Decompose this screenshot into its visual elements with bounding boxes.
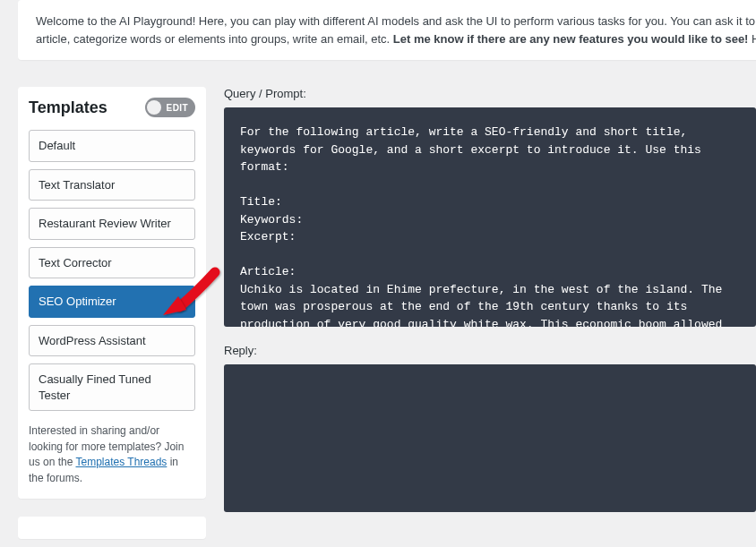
templates-threads-link[interactable]: Templates Threads [76, 456, 168, 468]
welcome-text-part1: Welcome to the AI Playground! Here, you … [36, 14, 755, 28]
next-panel-peek [18, 517, 206, 539]
reply-output [224, 364, 756, 512]
reply-label: Reply: [224, 344, 756, 357]
query-prompt-label: Query / Prompt: [224, 87, 756, 100]
template-list: Default Text Translator Restaurant Revie… [29, 130, 195, 411]
template-item-text-translator[interactable]: Text Translator [29, 169, 195, 201]
welcome-text-bold: Let me know if there are any new feature… [393, 32, 749, 46]
template-item-default[interactable]: Default [29, 130, 195, 162]
templates-hint: Interested in sharing and/or looking for… [29, 423, 195, 486]
edit-toggle[interactable]: EDIT [145, 98, 195, 117]
template-item-seo-optimizer[interactable]: SEO Optimizer [29, 286, 195, 318]
toggle-knob [147, 100, 161, 115]
template-item-restaurant-review-writer[interactable]: Restaurant Review Writer [29, 208, 195, 240]
template-item-wordpress-assistant[interactable]: WordPress Assistant [29, 325, 195, 357]
template-item-text-corrector[interactable]: Text Corrector [29, 247, 195, 279]
query-prompt-input[interactable] [224, 107, 756, 327]
welcome-text-line2-suffix: Have [748, 32, 756, 46]
welcome-banner: Welcome to the AI Playground! Here, you … [18, 0, 756, 60]
templates-panel: Templates EDIT Default Text Translator R… [18, 87, 206, 499]
welcome-text-line2-prefix: article, categorize words or elements in… [36, 32, 393, 46]
templates-title: Templates [29, 98, 107, 117]
edit-toggle-label: EDIT [167, 103, 188, 113]
template-item-casually-fine-tuned-tester[interactable]: Casually Fined Tuned Tester [29, 363, 195, 411]
